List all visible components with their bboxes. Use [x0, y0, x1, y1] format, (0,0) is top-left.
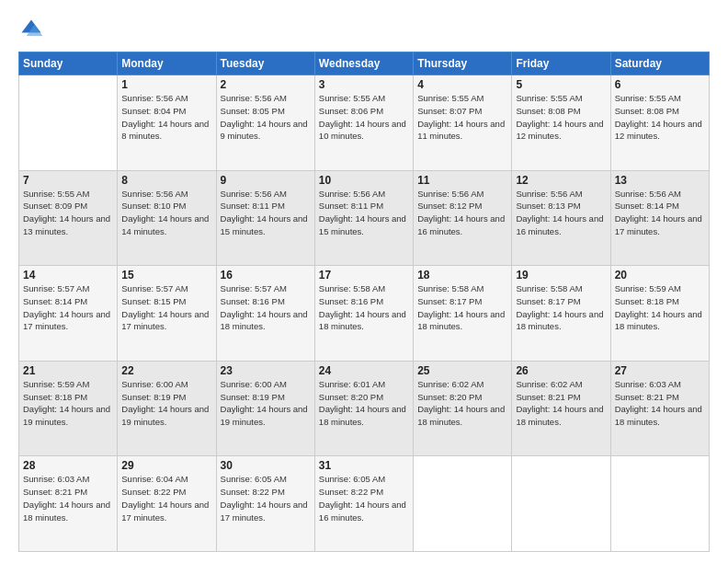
day-info: Sunrise: 6:03 AMSunset: 8:21 PMDaylight:…: [615, 378, 705, 429]
day-number: 22: [121, 364, 211, 377]
day-number: 26: [516, 364, 606, 377]
day-info: Sunrise: 5:56 AMSunset: 8:10 PMDaylight:…: [121, 188, 211, 238]
calendar-cell: 30Sunrise: 6:05 AMSunset: 8:22 PMDayligh…: [216, 456, 314, 552]
day-info: Sunrise: 5:58 AMSunset: 8:16 PMDaylight:…: [319, 282, 409, 333]
calendar-cell: [610, 456, 709, 552]
logo-icon: [18, 17, 44, 42]
calendar-cell: 3Sunrise: 5:55 AMSunset: 8:06 PMDaylight…: [314, 75, 413, 171]
calendar-week-row: 21Sunrise: 5:59 AMSunset: 8:18 PMDayligh…: [19, 361, 710, 456]
calendar-week-row: 7Sunrise: 5:55 AMSunset: 8:09 PMDaylight…: [19, 170, 710, 266]
calendar-cell: 29Sunrise: 6:04 AMSunset: 8:22 PMDayligh…: [118, 456, 216, 552]
weekday-header-saturday: Saturday: [610, 52, 709, 75]
day-number: 19: [516, 269, 606, 282]
weekday-header-tuesday: Tuesday: [216, 52, 314, 75]
day-info: Sunrise: 5:56 AMSunset: 8:14 PMDaylight:…: [615, 188, 705, 238]
calendar-cell: 7Sunrise: 5:55 AMSunset: 8:09 PMDaylight…: [19, 170, 118, 266]
calendar-cell: 22Sunrise: 6:00 AMSunset: 8:19 PMDayligh…: [118, 361, 216, 456]
day-number: 5: [516, 78, 606, 91]
day-info: Sunrise: 5:55 AMSunset: 8:09 PMDaylight:…: [23, 188, 113, 238]
day-number: 9: [221, 174, 311, 187]
day-info: Sunrise: 5:59 AMSunset: 8:18 PMDaylight:…: [23, 378, 113, 429]
calendar-cell: 15Sunrise: 5:57 AMSunset: 8:15 PMDayligh…: [118, 266, 216, 362]
calendar-cell: 2Sunrise: 5:56 AMSunset: 8:05 PMDaylight…: [216, 75, 314, 171]
day-number: 2: [221, 78, 311, 91]
day-info: Sunrise: 5:55 AMSunset: 8:08 PMDaylight:…: [516, 92, 606, 143]
day-info: Sunrise: 5:56 AMSunset: 8:13 PMDaylight:…: [516, 188, 606, 238]
day-number: 17: [319, 269, 409, 282]
day-info: Sunrise: 6:02 AMSunset: 8:20 PMDaylight:…: [417, 378, 507, 429]
calendar-cell: 4Sunrise: 5:55 AMSunset: 8:07 PMDaylight…: [414, 75, 512, 171]
calendar-cell: 17Sunrise: 5:58 AMSunset: 8:16 PMDayligh…: [314, 266, 413, 362]
weekday-header-row: SundayMondayTuesdayWednesdayThursdayFrid…: [19, 52, 710, 75]
calendar-cell: 12Sunrise: 5:56 AMSunset: 8:13 PMDayligh…: [512, 170, 610, 266]
calendar-cell: 23Sunrise: 6:00 AMSunset: 8:19 PMDayligh…: [216, 361, 314, 456]
day-number: 23: [221, 364, 311, 377]
day-info: Sunrise: 6:00 AMSunset: 8:19 PMDaylight:…: [221, 378, 311, 429]
day-info: Sunrise: 6:05 AMSunset: 8:22 PMDaylight:…: [221, 473, 311, 523]
day-number: 10: [319, 174, 409, 187]
weekday-header-friday: Friday: [512, 52, 610, 75]
day-info: Sunrise: 5:59 AMSunset: 8:18 PMDaylight:…: [615, 282, 705, 333]
header: [18, 17, 710, 42]
calendar-cell: 8Sunrise: 5:56 AMSunset: 8:10 PMDaylight…: [118, 170, 216, 266]
calendar-cell: 14Sunrise: 5:57 AMSunset: 8:14 PMDayligh…: [19, 266, 118, 362]
day-number: 13: [615, 174, 705, 187]
day-info: Sunrise: 5:56 AMSunset: 8:12 PMDaylight:…: [417, 188, 507, 238]
day-number: 12: [516, 174, 606, 187]
calendar-table: SundayMondayTuesdayWednesdayThursdayFrid…: [18, 52, 710, 552]
calendar-week-row: 28Sunrise: 6:03 AMSunset: 8:21 PMDayligh…: [19, 456, 710, 552]
weekday-header-monday: Monday: [118, 52, 216, 75]
day-info: Sunrise: 6:05 AMSunset: 8:22 PMDaylight:…: [319, 473, 409, 523]
day-number: 14: [23, 269, 113, 282]
day-number: 8: [121, 174, 211, 187]
day-number: 21: [23, 364, 113, 377]
day-number: 11: [417, 174, 507, 187]
day-info: Sunrise: 6:02 AMSunset: 8:21 PMDaylight:…: [516, 378, 606, 429]
weekday-header-thursday: Thursday: [414, 52, 512, 75]
calendar-cell: 28Sunrise: 6:03 AMSunset: 8:21 PMDayligh…: [19, 456, 118, 552]
calendar-cell: [414, 456, 512, 552]
calendar-cell: 25Sunrise: 6:02 AMSunset: 8:20 PMDayligh…: [414, 361, 512, 456]
calendar-cell: 26Sunrise: 6:02 AMSunset: 8:21 PMDayligh…: [512, 361, 610, 456]
calendar-cell: 20Sunrise: 5:59 AMSunset: 8:18 PMDayligh…: [610, 266, 709, 362]
day-info: Sunrise: 5:58 AMSunset: 8:17 PMDaylight:…: [516, 282, 606, 333]
day-number: 27: [615, 364, 705, 377]
day-info: Sunrise: 5:58 AMSunset: 8:17 PMDaylight:…: [417, 282, 507, 333]
calendar-cell: 21Sunrise: 5:59 AMSunset: 8:18 PMDayligh…: [19, 361, 118, 456]
calendar-cell: 19Sunrise: 5:58 AMSunset: 8:17 PMDayligh…: [512, 266, 610, 362]
calendar-cell: 24Sunrise: 6:01 AMSunset: 8:20 PMDayligh…: [314, 361, 413, 456]
day-number: 30: [221, 459, 311, 472]
day-info: Sunrise: 6:01 AMSunset: 8:20 PMDaylight:…: [319, 378, 409, 429]
calendar-cell: 11Sunrise: 5:56 AMSunset: 8:12 PMDayligh…: [414, 170, 512, 266]
day-number: 28: [23, 459, 113, 472]
day-info: Sunrise: 5:57 AMSunset: 8:15 PMDaylight:…: [121, 282, 211, 333]
weekday-header-sunday: Sunday: [19, 52, 118, 75]
day-info: Sunrise: 5:56 AMSunset: 8:05 PMDaylight:…: [221, 92, 311, 143]
day-number: 18: [417, 269, 507, 282]
calendar-cell: 18Sunrise: 5:58 AMSunset: 8:17 PMDayligh…: [414, 266, 512, 362]
day-number: 4: [417, 78, 507, 91]
day-number: 1: [121, 78, 211, 91]
day-info: Sunrise: 5:57 AMSunset: 8:14 PMDaylight:…: [23, 282, 113, 333]
day-number: 20: [615, 269, 705, 282]
calendar-cell: 10Sunrise: 5:56 AMSunset: 8:11 PMDayligh…: [314, 170, 413, 266]
day-number: 24: [319, 364, 409, 377]
weekday-header-wednesday: Wednesday: [314, 52, 413, 75]
day-number: 15: [121, 269, 211, 282]
day-number: 7: [23, 174, 113, 187]
day-number: 16: [221, 269, 311, 282]
calendar-cell: 31Sunrise: 6:05 AMSunset: 8:22 PMDayligh…: [314, 456, 413, 552]
day-number: 25: [417, 364, 507, 377]
logo: [18, 17, 48, 42]
calendar-cell: [19, 75, 118, 171]
day-number: 6: [615, 78, 705, 91]
calendar-week-row: 1Sunrise: 5:56 AMSunset: 8:04 PMDaylight…: [19, 75, 710, 171]
day-info: Sunrise: 6:00 AMSunset: 8:19 PMDaylight:…: [121, 378, 211, 429]
day-info: Sunrise: 5:55 AMSunset: 8:06 PMDaylight:…: [319, 92, 409, 143]
calendar-cell: 1Sunrise: 5:56 AMSunset: 8:04 PMDaylight…: [118, 75, 216, 171]
day-number: 31: [319, 459, 409, 472]
day-info: Sunrise: 5:56 AMSunset: 8:04 PMDaylight:…: [121, 92, 211, 143]
calendar-week-row: 14Sunrise: 5:57 AMSunset: 8:14 PMDayligh…: [19, 266, 710, 362]
calendar-cell: 16Sunrise: 5:57 AMSunset: 8:16 PMDayligh…: [216, 266, 314, 362]
day-info: Sunrise: 5:56 AMSunset: 8:11 PMDaylight:…: [221, 188, 311, 238]
